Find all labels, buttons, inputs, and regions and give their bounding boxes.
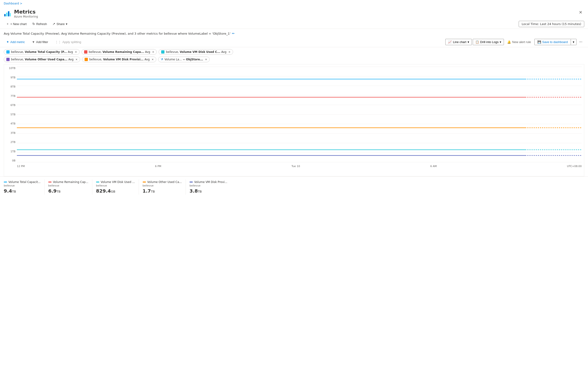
breadcrumb-link[interactable]: Dashboard bbox=[4, 2, 19, 5]
tag-close-3[interactable]: ✕ bbox=[229, 51, 231, 54]
legend-label-2: Volume Remaining Cap... bbox=[48, 180, 88, 184]
metric-tag-5[interactable]: bellevue, Volume VM Disk Provisi... Avg … bbox=[82, 57, 156, 62]
legend-label-4: Volume Other Used Ca... bbox=[143, 180, 182, 184]
legend-item-1: Volume Total Capacit... bellevue 9.4TB bbox=[4, 179, 44, 195]
x-axis: 12 PM 6 PM Tue 10 6 AM UTC+08:00 bbox=[17, 163, 582, 176]
legend-color-5 bbox=[189, 182, 193, 182]
new-chart-button[interactable]: ＋ + New chart bbox=[4, 20, 29, 27]
alert-label: New alert rule bbox=[512, 40, 531, 44]
tag-close-4[interactable]: ✕ bbox=[75, 58, 78, 61]
alert-icon: 🔔 bbox=[507, 40, 511, 44]
header-title-block: Metrics Azure Monitoring bbox=[14, 9, 38, 18]
add-metric-button[interactable]: ✦ Add metric bbox=[4, 39, 27, 45]
tag-color-2 bbox=[84, 50, 87, 54]
drill-into-logs-button[interactable]: 📋 Drill into Logs ▾ bbox=[473, 39, 504, 45]
time-selector[interactable]: Local Time: Last 24 hours (15 minutes) bbox=[519, 21, 584, 27]
share-button[interactable]: ↗ Share ▾ bbox=[50, 21, 70, 27]
legend-value-5: 3.8TB bbox=[189, 188, 227, 194]
save-caret-button[interactable]: ▾ bbox=[571, 39, 577, 45]
metric-tags-row2: bellevue, Volume Other Used Capa... Avg … bbox=[0, 57, 588, 64]
more-options-button[interactable]: ··· bbox=[577, 39, 584, 45]
metrics-toolbar-right: 📈 Line chart ▾ 📋 Drill into Logs ▾ 🔔 New… bbox=[445, 39, 584, 45]
save-to-dashboard-button[interactable]: 💾 Save to dashboard bbox=[534, 39, 571, 45]
line-chart-button[interactable]: 📈 Line chart ▾ bbox=[445, 39, 472, 45]
drill-label: Drill into Logs bbox=[480, 40, 499, 44]
add-filter-label: Add filter bbox=[36, 40, 48, 44]
legend-color-3 bbox=[96, 182, 99, 182]
y-label-9tb: 9TB bbox=[11, 76, 16, 79]
tag-close-5[interactable]: ✕ bbox=[151, 58, 154, 61]
toolbar-actions: ＋ + New chart ↻ Refresh ↗ Share ▾ bbox=[4, 20, 70, 27]
y-label-4tb: 4TB bbox=[11, 122, 16, 125]
new-alert-rule-button[interactable]: 🔔 New alert rule bbox=[505, 39, 533, 45]
chart-container: ‹ 10TB 9TB 8TB 7TB 6TB 5TB 4TB 3TB 2TB 1… bbox=[0, 64, 588, 176]
legend-item-3: Volume VM Disk Used ... bellevue 829.4GB bbox=[96, 179, 139, 195]
line-chart-caret: ▾ bbox=[468, 40, 469, 44]
x-label-tue10: Tue 10 bbox=[292, 165, 300, 168]
time-selector-label: Local Time: Last 24 hours (15 minutes) bbox=[522, 22, 581, 26]
filter-funnel-icon: ⧩ bbox=[161, 58, 163, 61]
new-chart-label: + New chart bbox=[10, 22, 27, 26]
tag-text-1: bellevue, Volume Total Capacity (P... Av… bbox=[11, 50, 73, 54]
legend-row: Volume Total Capacit... bellevue 9.4TB V… bbox=[0, 176, 588, 196]
svg-rect-0 bbox=[4, 14, 6, 16]
legend-value-1: 9.4TB bbox=[4, 188, 41, 194]
y-label-10tb: 10TB bbox=[9, 67, 16, 70]
add-metric-label: Add metric bbox=[10, 40, 25, 44]
add-filter-button[interactable]: ▼ Add filter bbox=[29, 39, 51, 45]
tag-color-3 bbox=[161, 50, 165, 54]
metric-tag-4[interactable]: bellevue, Volume Other Used Capa... Avg … bbox=[4, 57, 80, 62]
close-button[interactable]: ✕ bbox=[577, 9, 584, 16]
legend-item-2: Volume Remaining Cap... bellevue 6.9TB bbox=[48, 179, 92, 195]
legend-color-4 bbox=[143, 182, 146, 182]
apply-splitting-button[interactable]: ⋮⋮ Apply splitting bbox=[52, 39, 84, 45]
tag-color-5 bbox=[84, 58, 88, 61]
top-toolbar: ＋ + New chart ↻ Refresh ↗ Share ▾ Local … bbox=[0, 19, 588, 29]
x-label-6am: 6 AM bbox=[430, 165, 437, 168]
tag-color-4 bbox=[6, 58, 10, 61]
plus-icon: ＋ bbox=[6, 22, 9, 26]
y-label-2tb: 2TB bbox=[11, 141, 16, 144]
x-label-12pm: 12 PM bbox=[17, 165, 25, 168]
metrics-icon bbox=[4, 10, 11, 17]
y-label-1tb: 1TB bbox=[11, 150, 16, 153]
line-chart-label: Line chart bbox=[453, 40, 466, 44]
legend-sub-4: bellevue bbox=[143, 184, 182, 187]
chart-area: 10TB 9TB 8TB 7TB 6TB 5TB 4TB 3TB 2TB 1TB… bbox=[4, 64, 584, 176]
legend-sub-1: bellevue bbox=[4, 184, 41, 187]
tag-text-5: bellevue, Volume VM Disk Provisi... Avg bbox=[89, 58, 150, 61]
legend-label-1: Volume Total Capacit... bbox=[4, 180, 41, 184]
chart-title-row: Avg Volume Total Capacity (Preview), Avg… bbox=[0, 29, 588, 37]
page-subtitle: Azure Monitoring bbox=[14, 15, 38, 18]
breadcrumb-sep: > bbox=[20, 2, 22, 5]
y-label-6tb: 6TB bbox=[11, 104, 16, 107]
add-metric-icon: ✦ bbox=[6, 40, 9, 44]
header: Metrics Azure Monitoring ✕ bbox=[0, 7, 588, 19]
refresh-icon: ↻ bbox=[32, 22, 35, 26]
tag-close-1[interactable]: ✕ bbox=[75, 51, 77, 54]
chart-title-text: Avg Volume Total Capacity (Preview), Avg… bbox=[4, 32, 231, 35]
page-title: Metrics bbox=[14, 9, 38, 15]
x-label-utc: UTC+08:00 bbox=[567, 165, 582, 168]
metric-tag-3[interactable]: bellevue, Volume VM Disk Used C... Avg ✕ bbox=[159, 49, 233, 55]
tag-close-2[interactable]: ✕ bbox=[152, 51, 154, 54]
metric-tag-2[interactable]: bellevue, Volume Remaining Capa... Avg ✕ bbox=[82, 49, 157, 55]
legend-item-5: Volume VM Disk Provi... bellevue 3.8TB bbox=[189, 179, 231, 195]
legend-value-2: 6.9TB bbox=[48, 188, 88, 194]
filter-tag[interactable]: ⧩ Volume La... = ObjStore... ✕ bbox=[158, 57, 210, 62]
metric-tag-1[interactable]: bellevue, Volume Total Capacity (P... Av… bbox=[4, 49, 80, 55]
refresh-button[interactable]: ↻ Refresh bbox=[30, 21, 49, 27]
filter-tag-close[interactable]: ✕ bbox=[205, 58, 207, 61]
metrics-toolbar-left: ✦ Add metric ▼ Add filter ⋮⋮ Apply split… bbox=[4, 39, 84, 45]
split-icon: ⋮⋮ bbox=[55, 40, 61, 44]
refresh-label: Refresh bbox=[36, 22, 47, 26]
tag-color-1 bbox=[6, 50, 10, 54]
save-caret-icon: ▾ bbox=[573, 40, 574, 44]
edit-title-icon[interactable]: ✏ bbox=[232, 32, 235, 35]
y-axis: 10TB 9TB 8TB 7TB 6TB 5TB 4TB 3TB 2TB 1TB… bbox=[4, 67, 17, 162]
chart-svg bbox=[17, 67, 582, 162]
legend-label-3: Volume VM Disk Used ... bbox=[96, 180, 135, 184]
y-label-0b: 0B bbox=[12, 159, 16, 162]
legend-sub-2: bellevue bbox=[48, 184, 88, 187]
legend-color-1 bbox=[4, 182, 7, 182]
